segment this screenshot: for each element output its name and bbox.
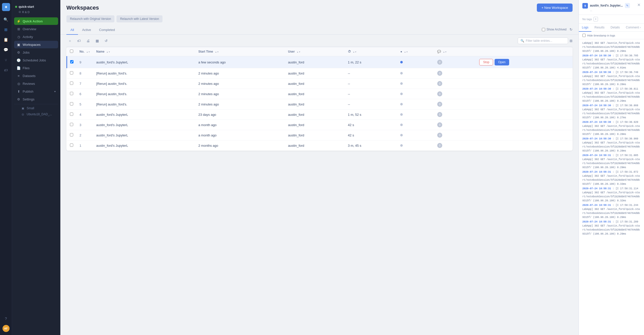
table-row[interactable]: 7 [Rerun] austin_ford's. 2 minutes ago a… (67, 79, 573, 89)
help-icon[interactable]: ? (2, 314, 11, 323)
show-archived-checkbox[interactable] (542, 28, 545, 31)
print-icon[interactable]: 🖨 (85, 37, 92, 44)
search-icon[interactable]: 🔍 (2, 15, 11, 24)
tag-icon[interactable]: 🏷 (2, 65, 11, 75)
panel-close-button[interactable]: ✕ (637, 3, 640, 7)
row-checkbox[interactable] (70, 143, 73, 147)
comment-count-badge[interactable]: 0 (437, 81, 442, 86)
search-input[interactable] (526, 39, 565, 43)
row-checkbox-cell[interactable] (67, 140, 77, 151)
table-row[interactable]: 8 [Rerun] austin_ford's. 2 minutes ago a… (67, 68, 573, 79)
sidebar-item-overview[interactable]: ⊞ Overview (14, 25, 58, 33)
tag-toolbar-icon[interactable]: 🏷 (75, 37, 83, 44)
header-user[interactable]: User ▲▼ (285, 47, 345, 56)
header-no[interactable]: No. ▲▼ (76, 47, 93, 56)
tab-completed[interactable]: Completed (95, 25, 119, 35)
header-status[interactable]: ● ▲▼ (397, 47, 434, 56)
new-workspace-button[interactable]: + New Workspace (537, 4, 573, 12)
chat-icon[interactable]: 💬 (2, 45, 11, 54)
panel-edit-icon[interactable]: ✎ (625, 3, 630, 8)
tab-all[interactable]: All (66, 25, 78, 35)
comment-count-badge[interactable]: 0 (437, 102, 442, 107)
comment-count-badge[interactable]: 0 (437, 122, 442, 127)
header-start-time[interactable]: Start Time ▲▼ (195, 47, 285, 56)
stop-button[interactable]: Stop (479, 59, 493, 65)
sidebar-item-reviews[interactable]: ◎ Reviews (14, 80, 58, 87)
tab-active[interactable]: Active (78, 25, 95, 35)
git-icon[interactable]: ⑂ (2, 55, 11, 64)
log-line: 2020-07-24 10:58:30 : [I 17:58:30.960 La… (582, 137, 640, 153)
panel-header-left: 9 austin_ford's Jupyter... ✎ ... (582, 3, 630, 12)
row-number: 2 (76, 130, 93, 140)
sidebar-item-scheduled-jobs[interactable]: 🕐 Scheduled Jobs (14, 56, 58, 64)
app-logo[interactable]: ✦ (2, 3, 10, 11)
table-row[interactable]: 3 austin_ford's JupyterL a month ago aus… (67, 120, 573, 130)
row-checkbox-cell[interactable] (67, 68, 77, 79)
row-checkbox-cell[interactable] (67, 79, 77, 89)
table-row[interactable]: 9 austin_ford's JupyterL a few seconds a… (67, 56, 573, 68)
header-comments[interactable]: 💬 ▲▼ (434, 47, 476, 56)
comment-count-badge[interactable]: 0 (437, 91, 442, 96)
row-checkbox[interactable] (70, 60, 73, 63)
table-row[interactable]: 6 [Rerun] austin_ford's. 2 minutes ago a… (67, 89, 573, 99)
table-row[interactable]: 1 austin_ford's JupyterL 2 months ago au… (67, 140, 573, 151)
refresh-toolbar-icon[interactable]: ↺ (103, 37, 110, 44)
sidebar-item-activity[interactable]: ◷ Activity (14, 33, 58, 41)
sidebar-item-jobs[interactable]: ⚙ Jobs (14, 49, 58, 56)
comment-count-badge[interactable]: 0 (437, 60, 442, 65)
grid-icon[interactable]: ⊞ (2, 25, 11, 34)
header-checkbox[interactable] (67, 47, 77, 56)
workspace-tag[interactable]: ⊙ R & D (15, 10, 57, 14)
panel-tab-comment[interactable]: Comment › (623, 24, 644, 32)
row-checkbox-cell[interactable] (67, 130, 77, 140)
table-row[interactable]: 4 austin_ford's JupyterL 23 days ago aus… (67, 109, 573, 120)
select-all-checkbox[interactable] (70, 50, 73, 53)
docs-icon[interactable]: 📋 (2, 35, 11, 44)
refresh-icon[interactable]: ↻ (570, 27, 573, 31)
header-name[interactable]: Name ▲▼ (93, 47, 195, 56)
panel-tab-logs[interactable]: Logs (579, 24, 591, 32)
row-checkbox-cell[interactable] (67, 89, 77, 99)
row-checkbox[interactable] (70, 133, 73, 136)
sidebar-item-quick-action[interactable]: ⚡ Quick Action (14, 17, 58, 25)
hide-timestamp-toggle[interactable]: Hide timestamp in logs (579, 32, 644, 39)
comment-count-badge[interactable]: 0 (437, 71, 442, 76)
sidebar-subitem-ubuntu18[interactable]: ◎ Ubuntu18_DAD_... (14, 111, 58, 117)
row-checkbox[interactable] (70, 71, 73, 75)
sidebar-subitems: ▣ Small ◎ Ubuntu18_DAD_... (12, 105, 60, 117)
row-checkbox-cell[interactable] (67, 56, 77, 68)
hide-timestamp-checkbox[interactable] (582, 34, 586, 37)
row-checkbox[interactable] (70, 123, 73, 126)
sidebar-item-settings[interactable]: ⚙ Settings (14, 95, 58, 103)
row-checkbox-cell[interactable] (67, 109, 77, 120)
relaunch-original-button[interactable]: Relaunch with Original Version (66, 15, 114, 22)
user-avatar[interactable]: AF (3, 325, 10, 332)
sidebar-item-datasets[interactable]: ≡ Datasets (14, 72, 58, 80)
row-checkbox-cell[interactable] (67, 99, 77, 109)
row-checkbox[interactable] (70, 102, 73, 105)
row-checkbox[interactable] (70, 82, 73, 85)
add-tag-button[interactable]: + (593, 17, 598, 21)
workspace-name[interactable]: quick-start (15, 4, 57, 10)
comment-count-badge[interactable]: 0 (437, 112, 442, 117)
table-row[interactable]: 2 austin_ford's JupyterL a month ago aus… (67, 130, 573, 140)
sidebar-item-publish[interactable]: ⬆ Publish ▾ (14, 88, 58, 95)
relaunch-latest-button[interactable]: Relaunch with Latest Version (116, 15, 163, 22)
row-checkbox[interactable] (70, 113, 73, 116)
column-settings-icon[interactable]: ⊞ (570, 39, 573, 43)
panel-tab-results[interactable]: Results (591, 24, 608, 32)
table-row[interactable]: 5 [Rerun] austin_ford's. 2 minutes ago a… (67, 99, 573, 109)
header-duration[interactable]: ⏱ ▲▼ (345, 47, 397, 56)
sidebar-item-files[interactable]: 📄 Files (14, 64, 58, 72)
row-checkbox-cell[interactable] (67, 120, 77, 130)
show-archived-label[interactable]: Show Archived (542, 28, 567, 31)
row-checkbox[interactable] (70, 92, 73, 95)
columns-icon[interactable]: ▦ (94, 37, 101, 44)
comment-count-badge[interactable]: 0 (437, 143, 442, 148)
sidebar-subitem-small[interactable]: ▣ Small (14, 105, 58, 111)
panel-tab-details[interactable]: Details (608, 24, 623, 32)
comment-count-badge[interactable]: 0 (437, 133, 442, 138)
open-button[interactable]: Open (495, 59, 509, 65)
select-all-icon[interactable]: ○ (66, 37, 73, 44)
sidebar-item-workspaces[interactable]: ▣ Workspaces (14, 41, 58, 48)
